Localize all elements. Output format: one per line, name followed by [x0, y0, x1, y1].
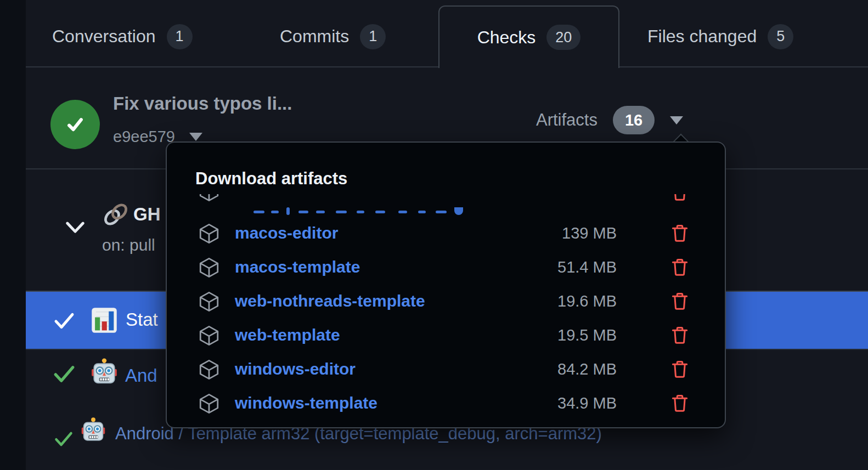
check-item-label: Stat — [126, 309, 158, 330]
bar-chart-icon — [90, 306, 119, 337]
dropdown-panel-body: Download artifacts — [166, 141, 726, 428]
artifact-size: 84.2 MB — [489, 360, 617, 378]
artifact-size: 19.6 MB — [489, 292, 617, 310]
artifact-download-link[interactable]: macos-template — [235, 258, 360, 276]
tab-checks-label: Checks — [477, 27, 536, 48]
artifact-row: macos-template 51.4 MB — [182, 250, 712, 284]
artifact-download-link[interactable]: web-nothreads-template — [235, 292, 425, 310]
artifact-list[interactable]: macos-editor 139 MB macos-template 51.4 … — [182, 194, 712, 414]
trash-icon[interactable] — [669, 358, 690, 382]
clipped-artifact-row — [182, 194, 712, 216]
tab-commits-count: 1 — [360, 24, 386, 49]
artifact-row: macos-editor 139 MB — [182, 216, 712, 250]
tab-commits[interactable]: Commits 1 — [280, 5, 386, 67]
artifacts-label: Artifacts — [536, 110, 598, 130]
left-gutter — [0, 0, 26, 470]
tab-checks-count: 20 — [546, 25, 580, 50]
artifact-download-link[interactable]: macos-editor — [235, 224, 338, 242]
link-icon — [100, 199, 131, 232]
artifacts-dropdown-button[interactable]: Artifacts 16 — [536, 106, 683, 134]
check-success-icon — [53, 312, 75, 332]
tab-commits-label: Commits — [280, 26, 349, 47]
trash-icon — [669, 194, 690, 205]
artifact-row: windows-editor 84.2 MB — [182, 352, 712, 386]
artifact-size: 139 MB — [489, 224, 617, 242]
artifact-download-link[interactable]: windows-editor — [235, 360, 356, 378]
check-success-icon — [53, 364, 76, 386]
artifacts-count-badge: 16 — [613, 106, 655, 134]
tab-files-changed-count: 5 — [768, 24, 793, 49]
check-success-icon — [54, 431, 74, 450]
artifact-row: windows-template 34.9 MB — [182, 386, 712, 414]
chevron-down-icon — [670, 116, 683, 124]
artifact-row: web-template 19.5 MB — [182, 318, 712, 352]
artifact-size: 51.4 MB — [489, 258, 617, 276]
package-icon — [198, 194, 221, 205]
dropdown-title: Download artifacts — [195, 169, 347, 189]
package-icon — [198, 324, 221, 349]
tab-conversation-label: Conversation — [52, 26, 156, 47]
package-icon — [198, 358, 221, 383]
commit-status-success-icon — [50, 100, 100, 149]
package-icon — [198, 256, 221, 281]
artifact-size: 19.5 MB — [489, 326, 617, 344]
tab-checks[interactable]: Checks 20 — [438, 5, 619, 68]
robot-icon — [89, 358, 120, 390]
tab-files-changed-label: Files changed — [647, 26, 757, 47]
trash-icon[interactable] — [669, 256, 690, 280]
artifact-download-link[interactable]: web-template — [235, 326, 340, 344]
artifacts-dropdown-panel: Download artifacts — [166, 135, 726, 429]
check-item-link[interactable]: And — [125, 365, 157, 386]
github-pr-checks-page: Conversation 1 Commits 1 Checks 20 Files… — [0, 0, 868, 470]
chevron-down-icon — [65, 220, 86, 235]
check-icon — [63, 112, 88, 137]
package-icon — [198, 222, 221, 247]
artifact-row: web-nothreads-template 19.6 MB — [182, 284, 712, 318]
trash-icon[interactable] — [669, 324, 690, 348]
robot-icon — [79, 417, 108, 448]
trash-icon[interactable] — [669, 392, 690, 414]
workflow-group-title[interactable]: GH — [133, 204, 161, 225]
workflow-group-trigger: on: pull — [102, 236, 155, 254]
workflow-collapse-toggle[interactable] — [65, 220, 86, 237]
trash-icon[interactable] — [669, 290, 690, 314]
package-icon — [198, 392, 221, 414]
tab-conversation-count: 1 — [167, 24, 193, 49]
trash-icon[interactable] — [669, 222, 690, 246]
tab-files-changed[interactable]: Files changed 5 — [647, 5, 793, 67]
package-icon — [198, 290, 221, 315]
tab-conversation[interactable]: Conversation 1 — [52, 5, 193, 67]
artifact-download-link[interactable]: windows-template — [235, 394, 377, 412]
commit-title: Fix various typos li... — [113, 93, 292, 114]
artifact-size: 34.9 MB — [489, 394, 617, 412]
